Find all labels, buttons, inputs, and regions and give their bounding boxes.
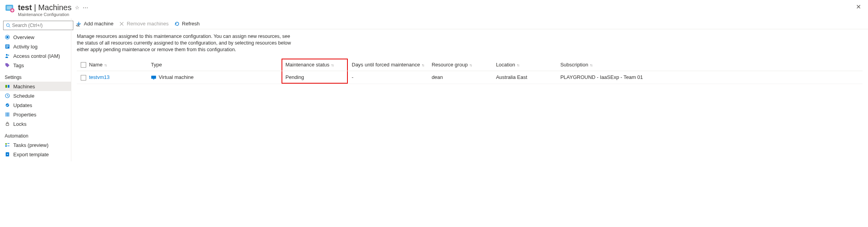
- nav-label: Export template: [13, 152, 49, 157]
- svg-rect-14: [8, 85, 9, 88]
- close-icon[interactable]: ✕: [856, 3, 863, 11]
- col-label: Maintenance status: [285, 62, 329, 68]
- favorite-star-icon[interactable]: ☆: [75, 5, 80, 11]
- sort-icon: ↑↓: [104, 63, 106, 67]
- nav-access-control[interactable]: Access control (IAM): [0, 51, 71, 61]
- maintenance-config-icon: [5, 3, 15, 13]
- page-title: test | Machines: [18, 3, 72, 12]
- refresh-icon: [174, 21, 180, 27]
- sort-icon: ↑↓: [422, 63, 424, 67]
- nav-activity-log[interactable]: Activity log: [0, 42, 71, 51]
- cell-value: Australia East: [496, 74, 527, 80]
- activity-log-icon: [5, 44, 10, 49]
- row-checkbox[interactable]: [81, 75, 86, 80]
- sort-icon: ↑↓: [590, 63, 592, 67]
- nav-export-template[interactable]: Export template: [0, 150, 71, 159]
- lock-icon: [5, 121, 10, 127]
- nav-group-settings: Settings: [0, 71, 71, 82]
- virtual-machine-icon: [151, 75, 156, 80]
- x-icon: [119, 21, 124, 27]
- updates-icon: [5, 102, 10, 108]
- col-label: Name: [89, 62, 103, 68]
- nav-overview[interactable]: Overview: [0, 32, 71, 42]
- svg-point-12: [8, 55, 9, 56]
- nav-label: Tags: [13, 63, 24, 68]
- toolbar: Add machine Remove machines Refresh: [71, 18, 868, 29]
- export-icon: [5, 152, 10, 157]
- search-box[interactable]: [3, 21, 73, 30]
- machine-name-link[interactable]: testvm13: [89, 74, 110, 80]
- page-subtitle: Maintenance Configuration: [18, 12, 89, 17]
- overview-icon: [5, 34, 10, 40]
- col-label: Location: [496, 62, 515, 68]
- svg-rect-18: [7, 113, 8, 117]
- machines-icon: [5, 84, 10, 89]
- schedule-icon: [5, 93, 10, 98]
- iam-icon: [5, 53, 10, 59]
- nav-label: Schedule: [13, 93, 34, 99]
- svg-rect-23: [5, 145, 7, 147]
- svg-rect-17: [6, 113, 7, 117]
- svg-rect-9: [6, 46, 9, 46]
- nav-locks[interactable]: Locks: [0, 119, 71, 129]
- nav-tasks[interactable]: Tasks (preview): [0, 140, 71, 150]
- nav-schedule[interactable]: Schedule: [0, 91, 71, 100]
- col-type[interactable]: Type: [147, 59, 282, 71]
- nav-label: Machines: [13, 84, 35, 89]
- nav-group-automation: Automation: [0, 130, 71, 140]
- svg-rect-26: [151, 76, 156, 79]
- nav-machines[interactable]: Machines: [0, 82, 71, 91]
- nav-label: Access control (IAM): [13, 53, 60, 59]
- tags-icon: [5, 63, 10, 68]
- toolbar-label: Refresh: [182, 21, 200, 27]
- svg-point-11: [6, 54, 7, 55]
- sidebar: ≪ Overview Activity log Access control (…: [0, 18, 71, 161]
- nav-label: Overview: [13, 34, 34, 40]
- search-icon: [6, 23, 11, 28]
- toolbar-label: Remove machines: [127, 21, 169, 27]
- col-subscription[interactable]: Subscription↑↓: [556, 59, 863, 71]
- col-maintenance-status[interactable]: Maintenance status↑↓: [282, 59, 348, 71]
- search-input[interactable]: [12, 23, 71, 28]
- svg-point-3: [7, 24, 10, 27]
- nav-label: Locks: [13, 121, 27, 127]
- tasks-icon: [5, 142, 10, 148]
- col-days[interactable]: Days until forced maintenance↑↓: [348, 59, 428, 71]
- more-actions-icon[interactable]: ⋯: [83, 5, 89, 11]
- svg-rect-13: [5, 85, 7, 88]
- cell-value: PLAYGROUND - IaaSExp - Team 01: [560, 74, 643, 80]
- svg-rect-24: [7, 146, 9, 146]
- svg-rect-27: [153, 79, 154, 79]
- nav-label: Updates: [13, 102, 32, 108]
- svg-rect-21: [5, 143, 7, 145]
- col-name[interactable]: Name↑↓: [77, 59, 147, 71]
- svg-rect-8: [6, 45, 9, 46]
- add-machine-button[interactable]: Add machine: [76, 21, 113, 27]
- col-label: Days until forced maintenance: [352, 62, 420, 68]
- cell-value: Virtual machine: [159, 74, 193, 80]
- col-label: Type: [151, 62, 162, 68]
- sort-icon: ↑↓: [517, 63, 519, 67]
- cell-value: Pending: [285, 74, 304, 80]
- sort-icon: ↑↓: [331, 63, 333, 67]
- nav-tags[interactable]: Tags: [0, 61, 71, 70]
- select-all-checkbox[interactable]: [81, 62, 86, 68]
- col-resource-group[interactable]: Resource group↑↓: [428, 59, 492, 71]
- refresh-button[interactable]: Refresh: [174, 21, 200, 27]
- nav-label: Tasks (preview): [13, 142, 48, 148]
- svg-rect-6: [6, 36, 8, 38]
- col-location[interactable]: Location↑↓: [492, 59, 556, 71]
- remove-machines-button[interactable]: Remove machines: [119, 21, 169, 27]
- machines-table: Name↑↓ Type Maintenance status↑↓ Days un…: [77, 59, 863, 84]
- col-label: Resource group: [432, 62, 468, 68]
- nav-updates[interactable]: Updates: [0, 100, 71, 110]
- table-row[interactable]: testvm13 Virtual machine Pending: [77, 71, 863, 84]
- nav-properties[interactable]: Properties: [0, 110, 71, 119]
- svg-rect-10: [6, 47, 8, 48]
- svg-rect-20: [6, 123, 9, 125]
- nav-label: Properties: [13, 112, 36, 118]
- table-header-row: Name↑↓ Type Maintenance status↑↓ Days un…: [77, 59, 863, 71]
- description-text: Manage resources assigned to this mainte…: [77, 33, 295, 53]
- svg-rect-19: [9, 113, 9, 117]
- svg-rect-22: [7, 143, 9, 144]
